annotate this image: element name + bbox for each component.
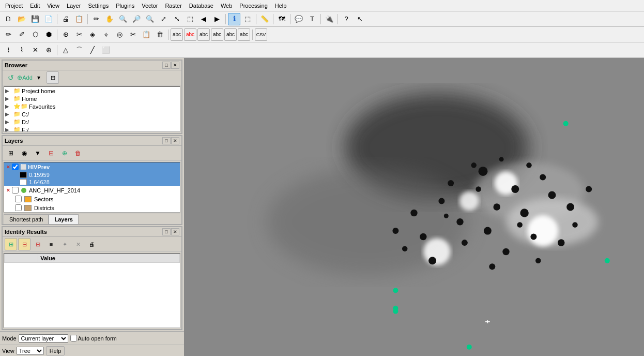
layer-hivprev-vis[interactable]: [12, 164, 19, 170]
ring-btn[interactable]: ◎: [113, 28, 126, 41]
zoom-layer-btn[interactable]: ⤡: [171, 13, 183, 25]
zoom-selection-btn[interactable]: ⬚: [184, 13, 196, 25]
layer-hivprev[interactable]: ✕ ⬜ HIVPrev: [4, 162, 180, 171]
menu-edit[interactable]: Edit: [27, 2, 43, 10]
menu-settings[interactable]: Settings: [85, 2, 112, 10]
mode-select[interactable]: Current layer Top down Layer selection: [19, 334, 68, 343]
layer-remove-btn[interactable]: ⊟: [45, 147, 57, 159]
handle-bottom-mid[interactable]: [467, 345, 472, 350]
paste-btn[interactable]: 📋: [140, 28, 152, 41]
info-btn[interactable]: ℹ: [228, 13, 240, 25]
snap-btn1[interactable]: ⌇: [2, 44, 14, 56]
reshape-btn[interactable]: ◈: [86, 28, 99, 41]
label-btn2[interactable]: abc: [184, 28, 196, 41]
layer-add-btn[interactable]: ⊕: [58, 147, 71, 159]
erase-btn[interactable]: ⬜: [100, 44, 112, 56]
browser-maximize-btn[interactable]: □: [162, 62, 171, 69]
select-feat-btn[interactable]: ⬚: [241, 13, 254, 25]
browser-collapse-btn[interactable]: ⊟: [47, 71, 59, 84]
label-btn6[interactable]: abc: [238, 28, 250, 41]
menu-view[interactable]: View: [44, 2, 63, 10]
layers-close-btn[interactable]: ✕: [171, 137, 179, 144]
tree-favourites[interactable]: ▶ ⭐📁 Favourites: [4, 102, 180, 110]
handle-top-right[interactable]: [563, 121, 569, 126]
digitize-btn[interactable]: ✏: [90, 13, 102, 25]
label-btn3[interactable]: abc: [197, 28, 210, 41]
add-group-btn[interactable]: ⊞: [5, 147, 17, 159]
pan-btn[interactable]: ✋: [103, 13, 116, 25]
menu-database[interactable]: Database: [186, 2, 217, 10]
layer-delete-btn[interactable]: 🗑: [72, 147, 84, 159]
help-btn[interactable]: ?: [340, 13, 352, 25]
layer-visibility-btn[interactable]: ◉: [18, 147, 30, 159]
tree-d-drive[interactable]: ▶ 📁 D:/: [4, 118, 180, 126]
label-btn5[interactable]: abc: [224, 28, 237, 41]
annotation-btn[interactable]: 💬: [293, 13, 305, 25]
print-composer-btn[interactable]: 📋: [73, 13, 85, 25]
layer-districts[interactable]: Districts: [4, 203, 180, 212]
merge-btn[interactable]: ⊕: [59, 28, 72, 41]
vertex-btn[interactable]: △: [59, 44, 72, 56]
menu-plugins[interactable]: Plugins: [113, 2, 137, 10]
handle-left-mid2[interactable]: [393, 288, 398, 293]
layer-anc-vis[interactable]: [12, 187, 19, 194]
id-collapse-btn[interactable]: ⊟: [18, 238, 30, 250]
identify-close-btn[interactable]: ✕: [171, 228, 179, 235]
cursor-btn[interactable]: ↖: [354, 13, 366, 25]
label-btn1[interactable]: abc: [171, 28, 183, 41]
handle-left-bot[interactable]: [393, 309, 398, 314]
layer-filter-btn[interactable]: ▼: [32, 147, 44, 159]
capture-btn[interactable]: ⬢: [42, 28, 55, 41]
tab-shortest-path[interactable]: Shortest path: [4, 214, 49, 224]
save-as-btn[interactable]: 📄: [42, 13, 55, 25]
id-table-btn[interactable]: ≡: [45, 238, 57, 250]
move-label-btn[interactable]: T: [306, 13, 318, 25]
auto-open-form-checkbox[interactable]: [70, 335, 77, 342]
zoom-full-btn[interactable]: ⤢: [157, 13, 170, 25]
handle-right-mid[interactable]: [605, 258, 610, 263]
node-tool-btn[interactable]: ⬡: [29, 28, 41, 41]
label-btn4[interactable]: abc: [211, 28, 223, 41]
atlas-btn[interactable]: 🗺: [275, 13, 288, 25]
csv-btn[interactable]: CSV: [255, 28, 267, 41]
layer-sectors-vis[interactable]: [15, 196, 22, 202]
tab-layers[interactable]: Layers: [49, 214, 78, 224]
view-select[interactable]: Tree Table Graph: [17, 347, 44, 355]
delete-btn[interactable]: 🗑: [154, 28, 166, 41]
zoom-next-btn[interactable]: ▶: [211, 13, 223, 25]
tree-c-drive[interactable]: ▶ 📁 C:/: [4, 110, 180, 118]
menu-project[interactable]: Project: [2, 2, 26, 10]
id-print-btn[interactable]: 🖨: [85, 238, 98, 250]
tree-e-drive[interactable]: ▶ 📁 E:/: [4, 126, 180, 132]
cut-btn[interactable]: ✂: [127, 28, 139, 41]
menu-help[interactable]: Help: [272, 2, 290, 10]
plugins-btn[interactable]: 🔌: [323, 13, 335, 25]
split-btn[interactable]: ✂: [73, 28, 85, 41]
id-highlight-btn[interactable]: ✦: [58, 238, 71, 250]
snap-btn2[interactable]: ⌇: [16, 44, 28, 56]
identify-maximize-btn[interactable]: □: [162, 228, 171, 235]
browser-add-btn[interactable]: ⊕ Add: [19, 71, 31, 84]
open-project-btn[interactable]: 📂: [16, 13, 28, 25]
tree-project-home[interactable]: ▶ 📁 Project home: [4, 87, 180, 95]
arc-btn[interactable]: ⌒: [73, 44, 85, 56]
line-btn[interactable]: ╱: [86, 44, 99, 56]
edit-btn[interactable]: ✏: [2, 28, 14, 41]
save-project-btn[interactable]: 💾: [29, 13, 41, 25]
offset-btn[interactable]: ⟡: [100, 28, 112, 41]
menu-vector[interactable]: Vector: [139, 2, 161, 10]
layer-anc[interactable]: ✕ ANC_HIV_HF_2014: [4, 186, 180, 195]
layer-sectors[interactable]: Sectors: [4, 195, 180, 203]
menu-processing[interactable]: Processing: [236, 2, 270, 10]
layer-districts-vis[interactable]: [15, 204, 22, 211]
print-btn[interactable]: 🖨: [59, 13, 72, 25]
layers-maximize-btn[interactable]: □: [162, 137, 171, 144]
new-project-btn[interactable]: 🗋: [2, 13, 14, 25]
id-filter-btn[interactable]: ⊟: [32, 238, 44, 250]
menu-raster[interactable]: Raster: [162, 2, 185, 10]
id-clear-btn[interactable]: ✕: [72, 238, 84, 250]
identify-btn[interactable]: 🔍: [117, 13, 129, 25]
snap-btn3[interactable]: ✕: [29, 44, 41, 56]
browser-filter-btn[interactable]: ▾: [33, 71, 45, 84]
edit-btn2[interactable]: ✐: [16, 28, 28, 41]
